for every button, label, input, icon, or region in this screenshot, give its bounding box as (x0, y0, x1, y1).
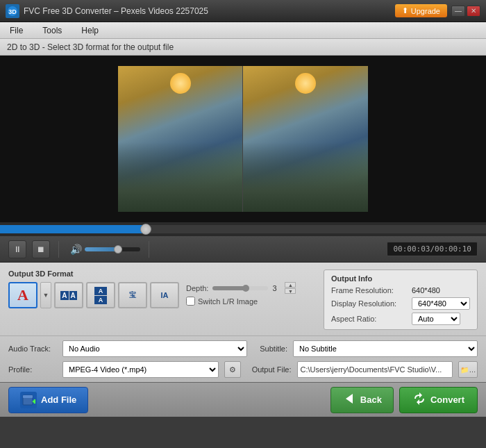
format-btn-anaglyph[interactable]: A (8, 282, 37, 308)
controls-bar: ⏸ ⏹ 🔊 00:00:03/00:00:10 (0, 236, 486, 263)
subtitle-label: Subtitle: (253, 345, 287, 353)
title-text: FVC Free 3D Converter – Pexels Videos 22… (24, 6, 208, 16)
title-bar-left: 3D FVC Free 3D Converter – Pexels Videos… (6, 4, 208, 18)
title-bar: 3D FVC Free 3D Converter – Pexels Videos… (0, 0, 486, 22)
folder-icon: 📁 (460, 366, 469, 374)
convert-label: Convert (430, 395, 464, 405)
convert-button[interactable]: Convert (399, 387, 478, 413)
audio-track-label: Audio Track: (8, 345, 57, 353)
pause-icon: ⏸ (13, 244, 22, 254)
svg-rect-3 (23, 395, 33, 398)
minimize-button[interactable]: — (451, 6, 465, 17)
action-bar: Add File Back Convert (0, 382, 486, 417)
seek-container (0, 222, 486, 236)
stop-button[interactable]: ⏹ (32, 240, 50, 258)
display-res-label: Display Resolution: (331, 299, 408, 308)
format-buttons: A ▼ A A A A (8, 282, 179, 308)
seek-bar[interactable] (0, 225, 486, 233)
bottom-controls: Audio Track: No Audio Subtitle: No Subti… (0, 336, 486, 382)
controls-separator2 (149, 241, 149, 258)
subtitle-dropdown[interactable]: No Subtitle (293, 340, 478, 357)
output-file-value: C:\Users\jerry\Documents\FVC Studio\V... (297, 361, 453, 378)
video-area (0, 56, 486, 222)
browse-dots: … (469, 366, 476, 374)
title-bar-right: ⬆ Upgrade — ✕ (395, 4, 480, 17)
settings-panel: Output 3D Format A ▼ A A A (0, 263, 486, 336)
add-file-label: Add File (41, 395, 76, 405)
profile-settings-button[interactable]: ⚙ (224, 361, 241, 378)
volume-bar[interactable] (85, 247, 140, 251)
menu-bar: File Tools Help (0, 22, 486, 39)
menu-tools[interactable]: Tools (38, 24, 66, 37)
depth-row: Depth: 3 ▲ ▼ (186, 282, 296, 294)
add-file-button[interactable]: Add File (8, 387, 88, 413)
output-info: Output Info Frame Resolution: 640*480 Di… (324, 269, 478, 330)
svg-marker-6 (346, 394, 353, 404)
video-left (118, 66, 243, 212)
back-icon (342, 392, 356, 408)
app-icon: 3D (6, 4, 19, 18)
browse-button[interactable]: 📁 … (458, 361, 478, 378)
add-file-icon (20, 392, 37, 408)
volume-area: 🔊 (70, 244, 140, 255)
switch-lr-label: Switch L/R Image (198, 297, 258, 306)
stop-icon: ⏹ (37, 244, 45, 254)
win-controls: — ✕ (451, 6, 480, 17)
frame-res-value: 640*480 (412, 286, 440, 294)
settings-row: Output 3D Format A ▼ A A A (8, 269, 478, 330)
profile-dropdown[interactable]: MPEG-4 Video (*.mp4) (62, 361, 219, 378)
back-button[interactable]: Back (330, 387, 394, 413)
audio-subtitle-row: Audio Track: No Audio Subtitle: No Subti… (8, 340, 478, 357)
audio-track-dropdown[interactable]: No Audio (62, 340, 247, 357)
info-text: 2D to 3D - Select 3D format for the outp… (7, 42, 174, 52)
video-right (243, 66, 368, 212)
time-display: 00:00:03/00:00:10 (387, 242, 478, 256)
pause-button[interactable]: ⏸ (8, 240, 26, 258)
depth-thumb[interactable] (242, 285, 249, 292)
depth-spin-down[interactable]: ▼ (285, 288, 296, 294)
menu-file[interactable]: File (6, 24, 27, 37)
volume-icon: 🔊 (70, 244, 82, 255)
controls-separator (58, 241, 59, 258)
depth-spin-up[interactable]: ▲ (285, 282, 296, 288)
depth-slider[interactable] (212, 286, 268, 290)
profile-output-row: Profile: MPEG-4 Video (*.mp4) ⚙ Output F… (8, 361, 478, 378)
depth-label: Depth: (186, 284, 208, 292)
format-label: Output 3D Format (8, 269, 179, 278)
profile-label: Profile: (8, 365, 57, 374)
format-btn-top-bottom[interactable]: 宝 (118, 282, 147, 308)
output-file-label: Output File: (246, 365, 292, 374)
convert-icon (412, 392, 426, 408)
depth-spinners: ▲ ▼ (285, 282, 296, 294)
volume-thumb[interactable] (114, 245, 122, 254)
svg-text:3D: 3D (8, 8, 17, 15)
back-label: Back (360, 395, 382, 405)
format-btn-split[interactable]: A A (86, 282, 115, 308)
frame-res-row: Frame Resolution: 640*480 (331, 286, 470, 294)
switch-lr-checkbox[interactable] (186, 297, 195, 306)
format-btn-anaglyph-arrow[interactable]: ▼ (40, 282, 51, 308)
display-res-row: Display Resolution: 640*480 1280*720 192… (331, 297, 470, 310)
aspect-ratio-label: Aspect Ratio: (331, 315, 408, 323)
aspect-ratio-row: Aspect Ratio: Auto 4:3 16:9 (331, 313, 470, 325)
format-btn-side-by-side[interactable]: A A (54, 282, 83, 308)
frame-res-label: Frame Resolution: (331, 286, 408, 294)
switch-lr: Switch L/R Image (186, 297, 296, 306)
menu-help[interactable]: Help (77, 24, 103, 37)
format-btn-interlace[interactable]: IA (150, 282, 179, 308)
close-button[interactable]: ✕ (467, 6, 480, 17)
upgrade-icon: ⬆ (402, 6, 408, 15)
seek-thumb[interactable] (140, 224, 151, 235)
output-info-title: Output Info (331, 274, 470, 283)
format-section: Output 3D Format A ▼ A A A (8, 269, 179, 308)
upgrade-button[interactable]: ⬆ Upgrade (395, 4, 447, 17)
depth-value: 3 (272, 284, 280, 292)
video-preview (118, 66, 368, 212)
display-res-dropdown[interactable]: 640*480 1280*720 1920*1080 (412, 297, 470, 310)
aspect-ratio-dropdown[interactable]: Auto 4:3 16:9 (412, 313, 460, 325)
volume-fill (85, 247, 118, 251)
info-bar: 2D to 3D - Select 3D format for the outp… (0, 39, 486, 56)
depth-section: Depth: 3 ▲ ▼ Switch L/R Image (186, 269, 296, 306)
